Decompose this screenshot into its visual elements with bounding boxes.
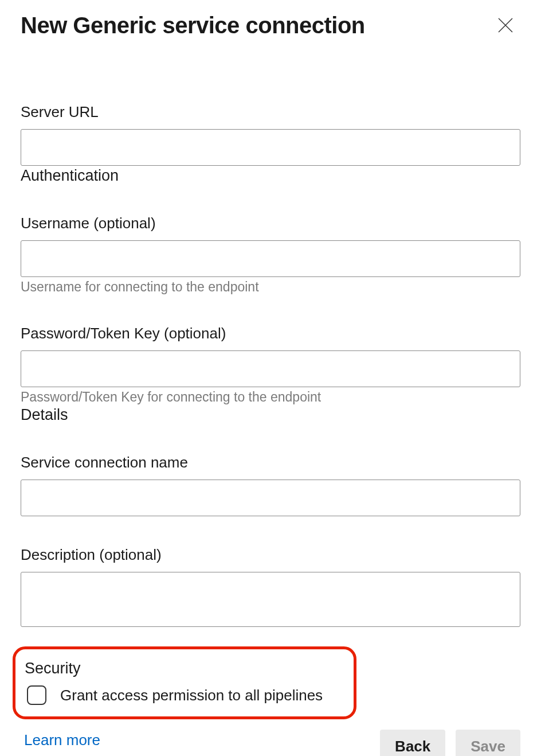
password-label: Password/Token Key (optional) bbox=[21, 325, 520, 342]
authentication-section-label: Authentication bbox=[21, 167, 520, 185]
troubleshoot-link[interactable]: Troubleshoot bbox=[24, 753, 111, 756]
dialog-footer: Learn more Troubleshoot Back Save bbox=[21, 730, 520, 756]
security-section: Security Grant access permission to all … bbox=[13, 646, 356, 719]
connection-name-label: Service connection name bbox=[21, 454, 520, 471]
footer-buttons: Back Save bbox=[380, 730, 520, 756]
connection-name-field: Service connection name bbox=[21, 454, 520, 516]
learn-more-link[interactable]: Learn more bbox=[24, 730, 111, 750]
grant-access-label: Grant access permission to all pipelines bbox=[60, 687, 323, 704]
username-input[interactable] bbox=[21, 240, 520, 277]
grant-access-row: Grant access permission to all pipelines bbox=[27, 685, 342, 705]
password-field: Password/Token Key (optional) Password/T… bbox=[21, 325, 520, 405]
server-url-field: Server URL bbox=[21, 103, 520, 166]
dialog-header: New Generic service connection bbox=[21, 10, 520, 40]
back-button[interactable]: Back bbox=[380, 730, 445, 756]
save-button[interactable]: Save bbox=[456, 730, 520, 756]
close-button[interactable] bbox=[491, 10, 520, 40]
description-field: Description (optional) bbox=[21, 546, 520, 629]
server-url-input[interactable] bbox=[21, 129, 520, 166]
description-input[interactable] bbox=[21, 572, 520, 627]
description-label: Description (optional) bbox=[21, 546, 520, 564]
server-url-label: Server URL bbox=[21, 103, 520, 121]
footer-links: Learn more Troubleshoot bbox=[24, 730, 111, 756]
username-help: Username for connecting to the endpoint bbox=[21, 279, 520, 295]
service-connection-dialog: New Generic service connection Server UR… bbox=[0, 0, 541, 756]
password-input[interactable] bbox=[21, 350, 520, 387]
security-section-label: Security bbox=[25, 660, 342, 677]
dialog-title: New Generic service connection bbox=[21, 13, 365, 38]
grant-access-checkbox[interactable] bbox=[27, 685, 46, 705]
connection-name-input[interactable] bbox=[21, 480, 520, 516]
close-icon bbox=[495, 15, 516, 36]
username-field: Username (optional) Username for connect… bbox=[21, 215, 520, 295]
username-label: Username (optional) bbox=[21, 215, 520, 232]
details-section-label: Details bbox=[21, 406, 520, 424]
password-help: Password/Token Key for connecting to the… bbox=[21, 389, 520, 405]
